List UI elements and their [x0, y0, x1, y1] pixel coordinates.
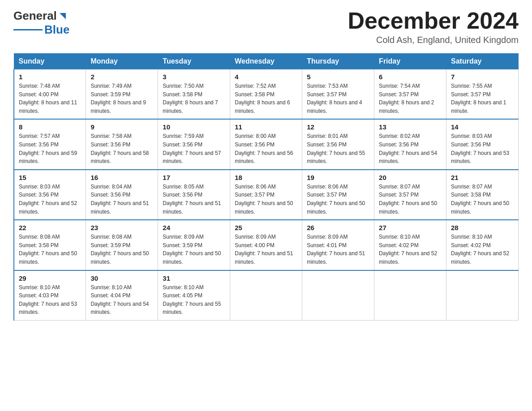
- day-info: Sunrise: 8:10 AMSunset: 4:05 PMDaylight:…: [163, 284, 221, 316]
- calendar-cell: 24 Sunrise: 8:09 AMSunset: 3:59 PMDaylig…: [158, 220, 230, 270]
- calendar-cell: 19 Sunrise: 8:06 AMSunset: 3:57 PMDaylig…: [302, 170, 374, 220]
- calendar-cell: 18 Sunrise: 8:06 AMSunset: 3:57 PMDaylig…: [230, 170, 302, 220]
- day-info: Sunrise: 8:07 AMSunset: 3:58 PMDaylight:…: [451, 184, 509, 215]
- day-info: Sunrise: 7:48 AMSunset: 4:00 PMDaylight:…: [19, 83, 77, 114]
- day-number: 29: [19, 274, 81, 282]
- col-wednesday: Wednesday: [230, 54, 302, 69]
- calendar-row: 22 Sunrise: 8:08 AMSunset: 3:58 PMDaylig…: [14, 220, 519, 270]
- day-number: 27: [379, 224, 442, 231]
- day-info: Sunrise: 7:55 AMSunset: 3:57 PMDaylight:…: [451, 83, 506, 114]
- day-info: Sunrise: 8:00 AMSunset: 3:56 PMDaylight:…: [235, 133, 293, 164]
- day-number: 7: [451, 73, 514, 81]
- logo: General Blue: [13, 9, 69, 37]
- day-number: 4: [235, 73, 297, 81]
- calendar-cell: [302, 270, 374, 321]
- day-number: 17: [163, 174, 225, 181]
- day-number: 31: [163, 274, 225, 282]
- calendar-cell: 11 Sunrise: 8:00 AMSunset: 3:56 PMDaylig…: [230, 119, 302, 169]
- day-info: Sunrise: 8:07 AMSunset: 3:57 PMDaylight:…: [379, 184, 437, 215]
- day-info: Sunrise: 8:03 AMSunset: 3:56 PMDaylight:…: [451, 133, 509, 164]
- day-number: 19: [307, 174, 369, 181]
- calendar-cell: 8 Sunrise: 7:57 AMSunset: 3:56 PMDayligh…: [14, 119, 86, 169]
- day-info: Sunrise: 7:54 AMSunset: 3:57 PMDaylight:…: [379, 83, 434, 114]
- logo-general: General: [13, 9, 57, 23]
- calendar-cell: [446, 270, 519, 321]
- col-thursday: Thursday: [302, 54, 374, 69]
- calendar-cell: 30 Sunrise: 8:10 AMSunset: 4:04 PMDaylig…: [86, 270, 158, 321]
- day-info: Sunrise: 8:06 AMSunset: 3:57 PMDaylight:…: [235, 184, 293, 215]
- day-info: Sunrise: 7:53 AMSunset: 3:57 PMDaylight:…: [307, 83, 362, 114]
- calendar-cell: 13 Sunrise: 8:02 AMSunset: 3:56 PMDaylig…: [374, 119, 446, 169]
- day-number: 23: [90, 224, 153, 231]
- col-friday: Friday: [374, 54, 446, 69]
- day-info: Sunrise: 8:09 AMSunset: 3:59 PMDaylight:…: [163, 234, 221, 265]
- calendar-cell: 29 Sunrise: 8:10 AMSunset: 4:03 PMDaylig…: [14, 270, 86, 321]
- day-info: Sunrise: 8:01 AMSunset: 3:56 PMDaylight:…: [307, 133, 365, 164]
- day-number: 20: [379, 174, 442, 181]
- col-sunday: Sunday: [14, 54, 86, 69]
- location: Cold Ash, England, United Kingdom: [348, 35, 519, 45]
- page-header: General Blue December 2024 Cold Ash, Eng…: [13, 9, 519, 45]
- day-info: Sunrise: 8:02 AMSunset: 3:56 PMDaylight:…: [379, 133, 437, 164]
- day-number: 21: [451, 174, 514, 181]
- day-number: 5: [307, 73, 369, 81]
- calendar-cell: 15 Sunrise: 8:03 AMSunset: 3:56 PMDaylig…: [14, 170, 86, 220]
- day-number: 15: [19, 174, 81, 181]
- calendar-cell: 26 Sunrise: 8:09 AMSunset: 4:01 PMDaylig…: [302, 220, 374, 270]
- day-number: 8: [19, 123, 81, 131]
- calendar-cell: 23 Sunrise: 8:08 AMSunset: 3:59 PMDaylig…: [86, 220, 158, 270]
- day-number: 22: [19, 224, 81, 231]
- logo-blue: Blue: [44, 23, 69, 37]
- svg-marker-0: [60, 13, 66, 19]
- day-info: Sunrise: 8:09 AMSunset: 4:00 PMDaylight:…: [235, 234, 293, 265]
- day-number: 26: [307, 224, 369, 231]
- title-section: December 2024 Cold Ash, England, United …: [348, 9, 519, 45]
- calendar-cell: 31 Sunrise: 8:10 AMSunset: 4:05 PMDaylig…: [158, 270, 230, 321]
- calendar-cell: 16 Sunrise: 8:04 AMSunset: 3:56 PMDaylig…: [86, 170, 158, 220]
- calendar-cell: 20 Sunrise: 8:07 AMSunset: 3:57 PMDaylig…: [374, 170, 446, 220]
- calendar-cell: 14 Sunrise: 8:03 AMSunset: 3:56 PMDaylig…: [446, 119, 519, 169]
- day-number: 12: [307, 123, 369, 131]
- day-number: 30: [90, 274, 153, 282]
- day-number: 28: [451, 224, 514, 231]
- day-number: 14: [451, 123, 514, 131]
- day-number: 9: [90, 123, 153, 131]
- day-info: Sunrise: 7:58 AMSunset: 3:56 PMDaylight:…: [90, 133, 149, 164]
- calendar-cell: 7 Sunrise: 7:55 AMSunset: 3:57 PMDayligh…: [446, 69, 519, 120]
- col-monday: Monday: [86, 54, 158, 69]
- calendar-cell: 5 Sunrise: 7:53 AMSunset: 3:57 PMDayligh…: [302, 69, 374, 120]
- month-title: December 2024: [348, 9, 519, 32]
- calendar-table: Sunday Monday Tuesday Wednesday Thursday…: [13, 53, 519, 321]
- day-info: Sunrise: 8:06 AMSunset: 3:57 PMDaylight:…: [307, 184, 365, 215]
- calendar-cell: 25 Sunrise: 8:09 AMSunset: 4:00 PMDaylig…: [230, 220, 302, 270]
- day-number: 13: [379, 123, 442, 131]
- calendar-cell: 1 Sunrise: 7:48 AMSunset: 4:00 PMDayligh…: [14, 69, 86, 120]
- col-tuesday: Tuesday: [158, 54, 230, 69]
- calendar-cell: 17 Sunrise: 8:05 AMSunset: 3:56 PMDaylig…: [158, 170, 230, 220]
- day-info: Sunrise: 8:10 AMSunset: 4:03 PMDaylight:…: [19, 284, 77, 316]
- calendar-cell: 12 Sunrise: 8:01 AMSunset: 3:56 PMDaylig…: [302, 119, 374, 169]
- calendar-cell: 3 Sunrise: 7:50 AMSunset: 3:58 PMDayligh…: [158, 69, 230, 120]
- day-info: Sunrise: 7:52 AMSunset: 3:58 PMDaylight:…: [235, 83, 290, 114]
- calendar-cell: 2 Sunrise: 7:49 AMSunset: 3:59 PMDayligh…: [86, 69, 158, 120]
- day-number: 11: [235, 123, 297, 131]
- day-info: Sunrise: 7:59 AMSunset: 3:56 PMDaylight:…: [163, 133, 221, 164]
- col-saturday: Saturday: [446, 54, 519, 69]
- day-number: 10: [163, 123, 225, 131]
- calendar-cell: 28 Sunrise: 8:10 AMSunset: 4:02 PMDaylig…: [446, 220, 519, 270]
- calendar-cell: [230, 270, 302, 321]
- day-info: Sunrise: 8:10 AMSunset: 4:02 PMDaylight:…: [451, 234, 509, 265]
- day-info: Sunrise: 8:03 AMSunset: 3:56 PMDaylight:…: [19, 184, 77, 215]
- day-number: 2: [90, 73, 153, 81]
- day-number: 16: [90, 174, 153, 181]
- logo-triangle-icon: [58, 11, 68, 21]
- calendar-cell: [374, 270, 446, 321]
- day-number: 6: [379, 73, 442, 81]
- day-number: 3: [163, 73, 225, 81]
- calendar-cell: 22 Sunrise: 8:08 AMSunset: 3:58 PMDaylig…: [14, 220, 86, 270]
- day-info: Sunrise: 8:09 AMSunset: 4:01 PMDaylight:…: [307, 234, 365, 265]
- calendar-cell: 6 Sunrise: 7:54 AMSunset: 3:57 PMDayligh…: [374, 69, 446, 120]
- calendar-cell: 10 Sunrise: 7:59 AMSunset: 3:56 PMDaylig…: [158, 119, 230, 169]
- calendar-cell: 9 Sunrise: 7:58 AMSunset: 3:56 PMDayligh…: [86, 119, 158, 169]
- calendar-row: 29 Sunrise: 8:10 AMSunset: 4:03 PMDaylig…: [14, 270, 519, 321]
